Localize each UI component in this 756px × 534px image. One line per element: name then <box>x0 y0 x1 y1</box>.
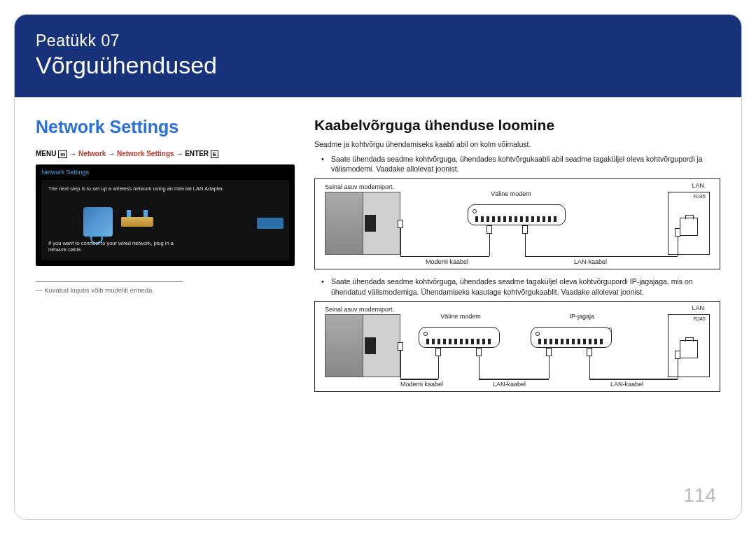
tv-button <box>257 218 284 229</box>
rj45-label: RJ45 <box>693 316 706 322</box>
left-column: Network Settings MENU m → Network → Netw… <box>36 117 295 399</box>
wall-port-label: Seinal asuv modemiport. <box>325 306 394 313</box>
tv-body: The next step is to set up a wireless ne… <box>41 180 289 260</box>
bullet-item: Saate ühendada seadme kohtvõrguga, ühend… <box>324 276 720 297</box>
rj45-port-icon <box>680 340 698 358</box>
chapter-label: Peatükk 07 <box>36 31 720 50</box>
lan-port-panel <box>668 192 710 255</box>
wall-port-label: Seinal asuv modemiport. <box>325 183 394 190</box>
rj45-label: RJ45 <box>693 193 706 199</box>
footnote: Kuvatud kujutis võib mudeliti erineda. <box>36 286 295 294</box>
subsection-title: Kaabelvõrguga ühenduse loomine <box>314 117 720 134</box>
ip-sharer <box>531 327 612 348</box>
bullet-list-2: Saate ühendada seadme kohtvõrguga, ühend… <box>314 276 720 297</box>
lan-port-panel <box>668 314 710 377</box>
page-number: 114 <box>683 484 716 507</box>
menu-breadcrumb: MENU m → Network → Network Settings → EN… <box>36 150 295 157</box>
manual-page: Peatükk 07 Võrguühendused Network Settin… <box>14 14 742 520</box>
wall-port <box>325 314 400 377</box>
bullet-item: Saate ühendada seadme kohtvõrguga, ühend… <box>324 154 720 174</box>
page-content: Network Settings MENU m → Network → Netw… <box>15 97 741 399</box>
right-column: Kaabelvõrguga ühenduse loomine Seadme ja… <box>314 117 720 399</box>
connection-diagram-2: Seinal asuv modemiport. Väline modem (AD… <box>314 301 720 392</box>
enter-icon: E <box>211 150 218 158</box>
chapter-header: Peatükk 07 Võrguühendused <box>15 15 741 97</box>
connection-diagram-1: Seinal asuv modemiport. Väline modem (AD… <box>314 178 720 269</box>
divider <box>36 281 183 282</box>
tv-instruction-2: If you want to connect to your wired net… <box>48 240 188 254</box>
tv-instruction-1: The next step is to set up a wireless ne… <box>48 185 282 192</box>
tv-router-icon <box>121 217 153 227</box>
wall-port <box>325 192 400 255</box>
lan-label: LAN <box>692 304 704 311</box>
tv-title: Network Settings <box>41 169 289 176</box>
tv-screenshot: Network Settings The next step is to set… <box>36 164 295 266</box>
section-title: Network Settings <box>36 117 295 137</box>
chapter-title: Võrguühendused <box>36 52 720 79</box>
external-modem <box>468 204 566 225</box>
bullet-list-1: Saate ühendada seadme kohtvõrguga, ühend… <box>314 154 720 174</box>
lan-label: LAN <box>692 182 704 189</box>
menu-icon: m <box>58 150 67 158</box>
rj45-port-icon <box>680 218 698 236</box>
external-modem <box>419 327 500 348</box>
intro-text: Seadme ja kohtvõrgu ühendamiseks kaabli … <box>314 139 720 150</box>
